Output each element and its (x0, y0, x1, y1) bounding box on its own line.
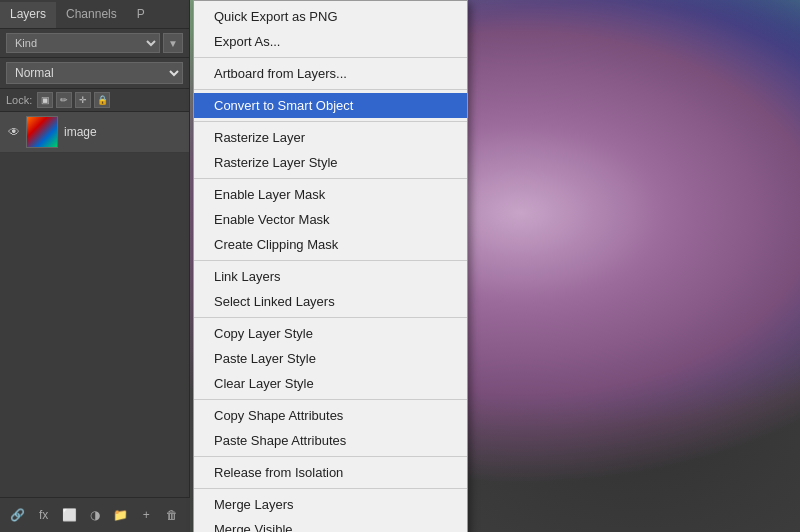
menu-item-artboard-from-layers[interactable]: Artboard from Layers... (194, 61, 467, 86)
menu-item-convert-to-smart-object[interactable]: Convert to Smart Object (194, 93, 467, 118)
menu-item-rasterize-layer-style[interactable]: Rasterize Layer Style (194, 150, 467, 175)
lock-image-icon[interactable]: ✏ (56, 92, 72, 108)
search-type-select[interactable]: Kind (6, 33, 160, 53)
blend-mode-select[interactable]: Normal (6, 62, 183, 84)
menu-separator (194, 488, 467, 489)
link-layers-button[interactable]: 🔗 (7, 504, 29, 526)
menu-separator (194, 89, 467, 90)
folder-button[interactable]: 📁 (110, 504, 132, 526)
menu-separator (194, 121, 467, 122)
menu-item-rasterize-layer[interactable]: Rasterize Layer (194, 125, 467, 150)
menu-item-clear-layer-style[interactable]: Clear Layer Style (194, 371, 467, 396)
lock-position-icon[interactable]: ✛ (75, 92, 91, 108)
search-filter-icon[interactable]: ▼ (163, 33, 183, 53)
layers-panel: Layers Channels P Kind ▼ Normal Lock: ▣ … (0, 0, 190, 532)
menu-item-create-clipping-mask[interactable]: Create Clipping Mask (194, 232, 467, 257)
menu-item-enable-layer-mask[interactable]: Enable Layer Mask (194, 182, 467, 207)
lock-row: Lock: ▣ ✏ ✛ 🔒 (0, 89, 189, 112)
menu-item-paste-layer-style[interactable]: Paste Layer Style (194, 346, 467, 371)
tab-layers[interactable]: Layers (0, 2, 56, 28)
panel-tabs: Layers Channels P (0, 0, 189, 29)
layer-thumbnail (26, 116, 58, 148)
menu-item-link-layers[interactable]: Link Layers (194, 264, 467, 289)
menu-item-merge-visible[interactable]: Merge Visible (194, 517, 467, 532)
menu-item-select-linked-layers[interactable]: Select Linked Layers (194, 289, 467, 314)
menu-separator (194, 399, 467, 400)
menu-item-paste-shape-attributes[interactable]: Paste Shape Attributes (194, 428, 467, 453)
adjustment-button[interactable]: ◑ (84, 504, 106, 526)
fx-button[interactable]: fx (33, 504, 55, 526)
layer-visibility-toggle[interactable]: 👁 (6, 124, 22, 140)
menu-item-copy-shape-attributes[interactable]: Copy Shape Attributes (194, 403, 467, 428)
new-layer-button[interactable]: + (135, 504, 157, 526)
menu-separator (194, 178, 467, 179)
menu-item-release-from-isolation[interactable]: Release from Isolation (194, 460, 467, 485)
tab-paths[interactable]: P (127, 2, 155, 28)
layer-item[interactable]: 👁 image (0, 112, 189, 153)
menu-separator (194, 317, 467, 318)
blend-mode-row: Normal (0, 58, 189, 89)
menu-separator (194, 456, 467, 457)
lock-all-icon[interactable]: 🔒 (94, 92, 110, 108)
menu-item-copy-layer-style[interactable]: Copy Layer Style (194, 321, 467, 346)
context-menu: Quick Export as PNGExport As...Artboard … (193, 0, 468, 532)
layer-name-label: image (64, 125, 97, 139)
menu-item-quick-export[interactable]: Quick Export as PNG (194, 4, 467, 29)
panel-search-row: Kind ▼ (0, 29, 189, 58)
menu-item-export-as[interactable]: Export As... (194, 29, 467, 54)
lock-transparency-icon[interactable]: ▣ (37, 92, 53, 108)
menu-item-merge-layers[interactable]: Merge Layers (194, 492, 467, 517)
mask-button[interactable]: ⬜ (58, 504, 80, 526)
delete-layer-button[interactable]: 🗑 (161, 504, 183, 526)
tab-channels[interactable]: Channels (56, 2, 127, 28)
menu-separator (194, 57, 467, 58)
lock-icons: ▣ ✏ ✛ 🔒 (37, 92, 110, 108)
panel-bottom-bar: 🔗 fx ⬜ ◑ 📁 + 🗑 (0, 497, 190, 532)
menu-item-enable-vector-mask[interactable]: Enable Vector Mask (194, 207, 467, 232)
menu-separator (194, 260, 467, 261)
lock-label: Lock: (6, 94, 32, 106)
